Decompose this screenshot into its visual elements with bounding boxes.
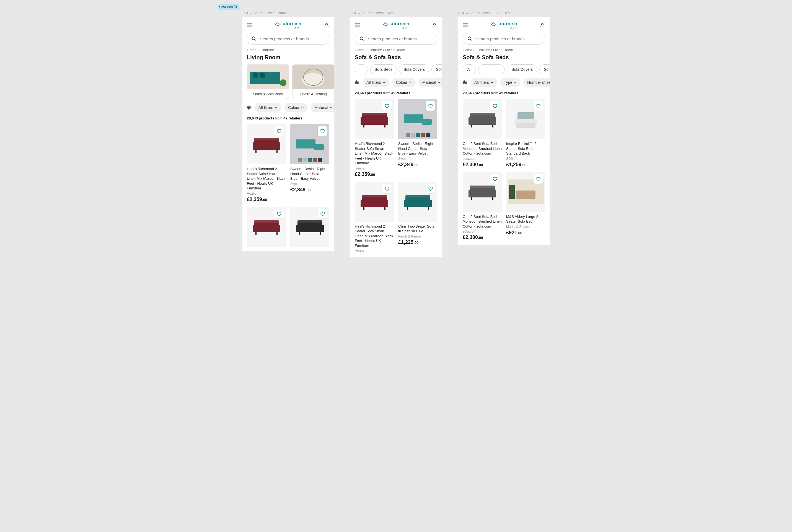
svg-rect-31 <box>277 225 280 232</box>
chip-sofa-beds[interactable]: Sofa Beds <box>370 64 397 74</box>
chip-sofa-beds[interactable]: Sofa Beds <box>478 64 505 74</box>
favorite-button[interactable] <box>382 101 391 111</box>
chip-sofa-sets[interactable]: Sofa Sets <box>431 64 442 74</box>
product-card[interactable] <box>290 207 329 247</box>
product-card[interactable]: Swoon - Berlin - Right-Hand Corner Sofa … <box>398 99 437 177</box>
filter-chip[interactable]: Type <box>500 78 520 87</box>
product-card[interactable]: Heal's Richmond 2 Seater Sofa Smart Line… <box>247 124 286 203</box>
filter-chip[interactable]: Number of sea <box>523 78 550 87</box>
svg-rect-93 <box>492 197 493 200</box>
svg-rect-23 <box>255 150 257 153</box>
breadcrumb-item[interactable]: Furniture <box>260 48 274 52</box>
breadcrumb-item[interactable]: Furniture <box>368 48 382 52</box>
filter-icon[interactable] <box>247 106 252 110</box>
product-image <box>506 99 545 139</box>
menu-button[interactable] <box>463 23 468 27</box>
favorite-button[interactable] <box>490 101 499 111</box>
filter-chip[interactable]: All filters <box>471 78 497 87</box>
favorite-button[interactable] <box>490 174 499 184</box>
favorite-button[interactable] <box>382 184 391 193</box>
search-input[interactable] <box>476 37 540 41</box>
favorite-button[interactable] <box>426 101 435 111</box>
product-card[interactable]: Swoon - Berlin - Right-Hand Corner Sofa … <box>290 124 329 203</box>
breadcrumb-item[interactable]: Living Room <box>493 48 513 52</box>
brand-logo[interactable]: ufurnish.com <box>383 21 409 29</box>
svg-rect-39 <box>320 232 321 235</box>
page-title: Sofa & Sofa Beds <box>458 54 550 64</box>
product-title: M&S Abbey Large 2 Seater Sofa Bed <box>506 214 545 224</box>
svg-rect-67 <box>428 200 432 207</box>
svg-point-17 <box>250 107 251 108</box>
favorite-button[interactable] <box>318 126 327 136</box>
user-icon[interactable] <box>324 22 329 28</box>
filter-chip[interactable]: Material <box>419 78 442 87</box>
product-card[interactable]: Otto 2 Seat Sofa Bed in Monsoon Brushed … <box>463 172 502 241</box>
filter-chip[interactable]: Material <box>311 103 334 112</box>
search-input[interactable] <box>368 37 432 41</box>
filter-chip[interactable]: Colour <box>392 78 416 87</box>
chip-all[interactable]: All <box>355 64 368 74</box>
product-retailer: Marks & Spencer <box>506 225 545 229</box>
search-bar[interactable] <box>247 33 329 44</box>
favorite-button[interactable] <box>318 209 327 218</box>
favorite-button[interactable] <box>426 184 435 193</box>
chip-sofa-covers[interactable]: Sofa Covers <box>399 64 429 74</box>
favorite-button[interactable] <box>534 101 543 111</box>
result-count: 20,643 products from 49 retailers <box>350 91 442 99</box>
category-card[interactable]: Chairs & Seating <box>292 64 334 99</box>
breadcrumb-item[interactable]: Furniture <box>475 48 490 52</box>
filter-icon[interactable] <box>463 80 468 84</box>
favorite-button[interactable] <box>534 174 543 184</box>
product-card[interactable]: M&S Abbey Large 2 Seater Sofa Bed Marks … <box>506 172 545 241</box>
product-card[interactable]: Otto 2 Seat Sofa Bed in Monsoon Brushed … <box>463 99 502 168</box>
filter-icon[interactable] <box>355 80 360 84</box>
chip-sofa-covers[interactable]: Sofa Covers <box>507 64 537 74</box>
menu-button[interactable] <box>247 23 252 27</box>
favorite-button[interactable] <box>274 209 284 218</box>
chevron-down-icon <box>491 81 493 83</box>
product-card[interactable]: Inspire Rockcliffe 2 Seater Sofa Bed Sta… <box>506 99 545 168</box>
product-retailer: SCS <box>506 157 545 160</box>
user-icon[interactable] <box>540 22 545 28</box>
svg-rect-85 <box>517 112 534 119</box>
category-card[interactable]: Sofas & Sofa Beds <box>247 64 289 99</box>
filter-row: All filtersTypeNumber of sea <box>458 78 550 91</box>
product-image <box>290 207 329 247</box>
breadcrumb-item[interactable]: Home <box>247 48 257 52</box>
svg-rect-22 <box>277 142 280 150</box>
search-bar[interactable] <box>355 33 437 44</box>
menu-button[interactable] <box>355 23 360 27</box>
product-card[interactable]: Chris Two-Seater Sofa in Spanish Blue Pe… <box>398 182 437 253</box>
breadcrumb-item[interactable]: Living Room <box>385 48 405 52</box>
search-icon <box>467 36 472 41</box>
svg-rect-24 <box>276 150 278 153</box>
product-card[interactable]: Heal's Richmond 2 Seater Sofa Smart Line… <box>355 99 394 177</box>
chip-all[interactable]: All <box>463 64 476 74</box>
product-retailer: sofa.com <box>463 229 502 233</box>
svg-rect-84 <box>492 125 493 128</box>
brand-logo[interactable]: ufurnish.com <box>275 21 301 29</box>
search-bar[interactable] <box>463 33 545 44</box>
user-icon[interactable] <box>432 22 437 28</box>
filter-chip[interactable]: Colour <box>284 103 308 112</box>
heart-icon <box>276 211 281 216</box>
breadcrumb-item[interactable]: Home <box>355 48 365 52</box>
arrow-icon <box>234 5 237 9</box>
filter-chip[interactable]: All filters <box>363 78 389 87</box>
heart-icon <box>428 103 433 108</box>
heart-icon <box>320 211 325 216</box>
favorite-button[interactable] <box>274 126 284 136</box>
subcategory-chips: AllSofa BedsSofa CoversSofa Sets <box>350 64 442 78</box>
heart-icon <box>320 129 325 134</box>
product-title: Heal's Richmond 2 Seater Sofa Smart Line… <box>247 167 286 191</box>
svg-point-77 <box>466 82 467 83</box>
filter-chip[interactable]: All filters <box>255 103 281 112</box>
chip-sofa-sets[interactable]: Sofa Sets <box>539 64 550 74</box>
brand-logo[interactable]: ufurnish.com <box>491 21 517 29</box>
product-card[interactable] <box>247 207 286 247</box>
svg-point-18 <box>248 108 249 110</box>
breadcrumb-item[interactable]: Home <box>463 48 472 52</box>
svg-rect-57 <box>404 114 423 117</box>
product-card[interactable]: Heal's Richmond 2 Seater Sofa Smart Line… <box>355 182 394 253</box>
search-input[interactable] <box>260 37 325 41</box>
